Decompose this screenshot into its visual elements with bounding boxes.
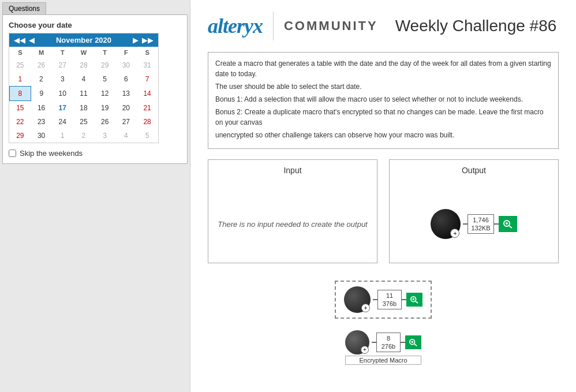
left-panel: Questions Choose your date ◀◀ ◀ November… — [0, 0, 190, 392]
wf2-line1 — [372, 342, 376, 343]
cal-next-group[interactable]: ▶ ▶▶ — [132, 36, 155, 44]
cal-day[interactable]: 17 — [52, 101, 73, 115]
wf1-line1 — [373, 299, 377, 300]
cal-day[interactable]: 27 — [52, 58, 73, 72]
cal-day[interactable]: 24 — [52, 115, 73, 129]
cal-day[interactable]: 15 — [10, 101, 31, 115]
right-panel: alteryx COMMUNITY Weekly Challenge #86 C… — [190, 0, 576, 392]
cal-next-button[interactable]: ▶ — [132, 36, 140, 44]
workflow-item-1-wrapper: 11 376b — [335, 281, 432, 319]
cal-day[interactable]: 23 — [31, 115, 52, 129]
input-placeholder-text: There is no input needed to create the o… — [218, 220, 367, 229]
cal-day[interactable]: 4 — [115, 129, 137, 143]
cal-day[interactable]: 30 — [31, 129, 52, 143]
output-node-sphere — [431, 209, 461, 239]
cal-last-button[interactable]: ▶▶ — [141, 36, 155, 44]
alteryx-logo: alteryx — [208, 14, 263, 38]
cal-day[interactable]: 14 — [137, 87, 158, 101]
questions-tab-label: Questions — [9, 5, 40, 13]
cal-day[interactable]: 31 — [137, 58, 158, 72]
cal-day[interactable]: 3 — [52, 72, 73, 87]
desc-line1: Create a macro that generates a table wi… — [215, 58, 551, 79]
cal-day-tue: T — [52, 47, 73, 58]
cal-day[interactable]: 1 — [52, 129, 73, 143]
cal-day-sat: S — [137, 47, 158, 58]
wf1-connector: 11 376b — [373, 290, 422, 310]
desc-line4: Bonus 2: Create a duplicate macro that's… — [215, 107, 551, 128]
wf1-sphere — [344, 286, 371, 313]
output-size: 132KB — [471, 224, 490, 232]
svg-line-8 — [414, 344, 417, 346]
cal-prev-group[interactable]: ◀◀ ◀ — [13, 36, 36, 44]
cal-day[interactable]: 2 — [31, 72, 52, 87]
skip-weekends-row: Skip the weekends — [9, 149, 181, 158]
workflow-item-2-wrapper: 8 276b Encrypted Macro — [345, 330, 421, 365]
cal-day[interactable]: 2 — [73, 129, 95, 143]
connector-line — [463, 223, 467, 225]
cal-day[interactable]: 3 — [94, 129, 115, 143]
cal-day[interactable]: 4 — [73, 72, 95, 87]
skip-weekends-label: Skip the weekends — [20, 149, 83, 158]
calendar: ◀◀ ◀ November 2020 ▶ ▶▶ S M T W T — [9, 33, 159, 143]
calendar-month-year: November 2020 — [56, 36, 111, 44]
cal-day[interactable]: 13 — [115, 87, 137, 101]
output-browse-icon[interactable] — [499, 216, 517, 232]
cal-day[interactable]: 27 — [115, 115, 137, 129]
cal-day[interactable]: 26 — [31, 58, 52, 72]
wf1-browse-icon[interactable] — [406, 293, 422, 307]
cal-day[interactable]: 1 — [10, 72, 31, 87]
wf2-browse-icon[interactable] — [405, 335, 421, 349]
svg-line-2 — [509, 226, 512, 228]
questions-content: Choose your date ◀◀ ◀ November 2020 ▶ ▶▶… — [2, 14, 188, 164]
cal-day[interactable]: 5 — [137, 129, 158, 143]
cal-prev-button[interactable]: ◀ — [28, 36, 36, 44]
cal-day-sun: S — [10, 47, 31, 58]
cal-day[interactable]: 11 — [73, 87, 95, 101]
wf2-line2 — [401, 342, 405, 343]
desc-line3: Bonus 1: Add a selection that will allow… — [215, 94, 551, 104]
cal-day[interactable]: 18 — [73, 101, 95, 115]
community-label: COMMUNITY — [284, 18, 378, 33]
input-content: There is no input needed to create the o… — [214, 192, 371, 256]
desc-line5: unencrypted so other challenge takers ca… — [215, 130, 551, 140]
svg-point-7 — [412, 341, 414, 343]
cal-day-fri: F — [115, 47, 137, 58]
output-content: 1,746 132KB — [395, 192, 552, 256]
wf2-data-box: 8 276b — [376, 333, 401, 353]
cal-day[interactable]: 21 — [137, 101, 158, 115]
cal-day[interactable]: 9 — [31, 87, 52, 101]
cal-day[interactable]: 20 — [115, 101, 137, 115]
svg-line-5 — [416, 301, 418, 304]
cal-day[interactable]: 29 — [94, 58, 115, 72]
cal-day[interactable]: 16 — [31, 101, 52, 115]
wf1-line2 — [402, 299, 406, 300]
cal-day-mon: M — [31, 47, 52, 58]
calendar-grid: S M T W T F S 25262728293031123456789101… — [9, 47, 158, 143]
cal-day[interactable]: 26 — [94, 115, 115, 129]
cal-day[interactable]: 28 — [137, 115, 158, 129]
workflow-item-2: 8 276b — [345, 330, 421, 354]
cal-day[interactable]: 6 — [115, 72, 137, 87]
output-box: Output 1,746 132KB — [389, 159, 559, 263]
cal-day[interactable]: 22 — [10, 115, 31, 129]
questions-tab[interactable]: Questions — [2, 2, 46, 14]
cal-day[interactable]: 12 — [94, 87, 115, 101]
cal-day[interactable]: 25 — [10, 58, 31, 72]
input-box: Input There is no input needed to create… — [208, 159, 377, 263]
skip-weekends-checkbox[interactable] — [9, 150, 16, 157]
cal-day[interactable]: 8 — [10, 87, 31, 101]
cal-day[interactable]: 7 — [137, 72, 158, 87]
cal-day[interactable]: 29 — [10, 129, 31, 143]
cal-first-button[interactable]: ◀◀ — [13, 36, 27, 44]
cal-day[interactable]: 5 — [94, 72, 115, 87]
cal-day[interactable]: 28 — [73, 58, 95, 72]
cal-day[interactable]: 25 — [73, 115, 95, 129]
header-divider — [273, 12, 274, 40]
cal-day[interactable]: 30 — [115, 58, 137, 72]
desc-line2: The user should be able to select the st… — [215, 81, 551, 92]
cal-day[interactable]: 19 — [94, 101, 115, 115]
site-header: alteryx COMMUNITY Weekly Challenge #86 — [208, 12, 559, 40]
cal-day[interactable]: 10 — [52, 87, 73, 101]
encrypted-label: Encrypted Macro — [345, 356, 421, 365]
choose-date-label: Choose your date — [9, 21, 181, 29]
